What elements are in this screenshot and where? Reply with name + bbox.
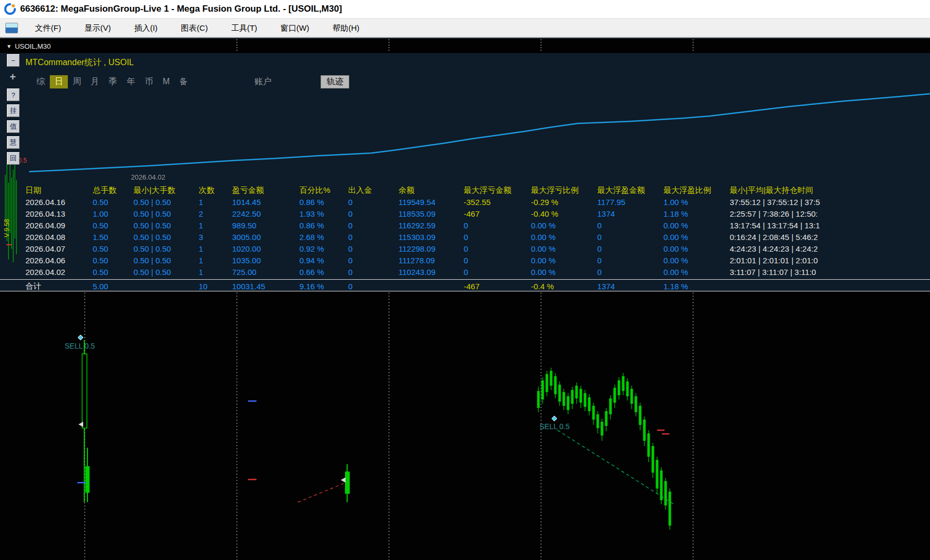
table-cell: 4:24:23 | 4:24:23 | 4:24:2 — [730, 244, 930, 253]
table-cell: 2026.04.16 — [25, 198, 93, 207]
table-cell: 2026.04.13 — [25, 209, 93, 218]
menu-window[interactable]: 窗口(W) — [269, 20, 321, 37]
tab-daily[interactable]: 日 — [50, 75, 68, 88]
table-cell: 1 — [199, 221, 232, 230]
table-cell: 0.00 % — [531, 244, 597, 253]
tab-summary[interactable]: 综 — [32, 75, 50, 88]
table-header-cell: 最大浮亏金额 — [464, 185, 531, 195]
table-cell: 2026.04.02 — [25, 268, 93, 277]
menu-tools[interactable]: 工具(T) — [219, 20, 269, 37]
menu-view[interactable]: 显示(V) — [73, 20, 122, 37]
equity-axis-date-label: 2026.04.02 — [131, 173, 165, 181]
table-cell: 0.00 % — [531, 268, 597, 277]
panel-tabs: 综 日 周 月 季 年 币 M 备 账户 轨迹 — [32, 75, 349, 88]
table-cell: 3 — [199, 233, 232, 242]
table-cell: 2026.04.07 — [25, 244, 93, 253]
tab-quarterly[interactable]: 季 — [104, 75, 122, 88]
table-cell: 0.94 % — [299, 256, 348, 265]
table-header-cell: 盈亏金额 — [232, 185, 299, 195]
table-cell: 9.16 % — [299, 282, 348, 291]
app-icon — [4, 3, 16, 15]
menu-help[interactable]: 帮助(H) — [321, 20, 371, 37]
table-cell: 0.50 | 0.50 — [134, 256, 199, 265]
tab-currency[interactable]: 币 — [140, 75, 158, 88]
table-header-cell: 次数 — [199, 185, 232, 195]
menubar-chart-icon[interactable] — [5, 23, 18, 33]
table-cell: 1020.00 — [232, 244, 299, 253]
table-header-cell: 最小|大手数 — [134, 185, 199, 195]
table-cell: 0 — [464, 221, 531, 230]
mtcommander-panel: MTCommander统计 , USOIL 综 日 周 月 季 年 币 M 备 … — [0, 53, 930, 291]
tab-weekly[interactable]: 周 — [68, 75, 86, 88]
pending-orders-button[interactable]: 挂 — [7, 104, 20, 117]
table-cell: 0 — [597, 268, 663, 277]
menu-charts[interactable]: 图表(C) — [169, 20, 219, 37]
table-cell: 2026.04.09 — [25, 221, 93, 230]
menu-file[interactable]: 文件(F) — [23, 20, 73, 37]
table-cell: 0 — [348, 282, 398, 291]
table-cell: 0.50 | 0.50 — [134, 244, 199, 253]
move-tool-icon[interactable]: + — [7, 71, 19, 83]
table-cell: 2:25:57 | 7:38:26 | 12:50: — [730, 209, 930, 218]
tab-account[interactable]: 账户 — [250, 75, 276, 88]
table-row: 2026.04.090.500.50 | 0.501989.500.86 %01… — [0, 219, 930, 231]
collapse-triangle-icon[interactable]: ▼ — [6, 43, 12, 49]
table-cell: 0 — [597, 244, 663, 253]
table-cell: 0.50 — [93, 221, 134, 230]
table-cell: 0.50 | 0.50 — [134, 209, 199, 218]
table-cell: 0.00 % — [531, 256, 597, 265]
table-cell: 0.92 % — [299, 244, 348, 253]
table-cell: 0.50 | 0.50 — [134, 268, 199, 277]
table-cell: 合计 — [25, 281, 93, 291]
table-cell: 0 — [348, 233, 398, 242]
table-cell: 0 — [597, 221, 663, 230]
tab-notes[interactable]: 备 — [174, 75, 192, 88]
table-header-row: 日期总手数最小|大手数次数盈亏金额百分比%出入金余额最大浮亏金额最大浮亏比例最大… — [0, 184, 930, 196]
table-cell: 0.00 % — [663, 221, 730, 230]
tab-monthly[interactable]: 月 — [86, 75, 104, 88]
table-header-cell: 百分比% — [299, 185, 348, 195]
table-cell: 37:55:12 | 37:55:12 | 37:5 — [730, 198, 930, 207]
table-cell: 1014.45 — [232, 198, 299, 207]
table-cell: 1177.95 — [597, 198, 663, 207]
chart-symbol-label: ▼ USOIL,M30 — [6, 42, 51, 50]
table-cell: 0 — [464, 233, 531, 242]
table-row: 2026.04.060.500.50 | 0.5011035.000.94 %0… — [0, 254, 930, 266]
table-cell: 0.00 % — [663, 244, 730, 253]
table-cell: 0 — [348, 198, 398, 207]
smart-button[interactable]: 慧 — [7, 136, 20, 149]
table-cell: 115303.09 — [398, 233, 464, 242]
table-cell: 0.86 % — [299, 198, 348, 207]
table-cell: 2:01:01 | 2:01:01 | 2:01:0 — [730, 256, 930, 265]
table-cell: 725.00 — [232, 268, 299, 277]
table-cell: 989.50 — [232, 221, 299, 230]
table-header-cell: 余额 — [398, 185, 464, 195]
help-button[interactable]: ? — [7, 88, 20, 101]
table-header-cell: 出入金 — [348, 185, 398, 195]
history-button[interactable]: 回 — [7, 152, 20, 165]
table-cell: 1035.00 — [232, 256, 299, 265]
panel-title: MTCommander统计 , USOIL — [25, 57, 134, 68]
left-axis-vertical-label: V 9.58 — [3, 219, 11, 237]
values-button[interactable]: 值 — [7, 120, 20, 133]
tab-yearly[interactable]: 年 — [122, 75, 140, 88]
track-button[interactable]: 轨迹 — [321, 75, 349, 88]
table-cell: 3005.00 — [232, 233, 299, 242]
table-cell: 1.00 — [93, 209, 134, 218]
table-cell: 118535.09 — [398, 209, 464, 218]
menu-insert[interactable]: 插入(I) — [122, 20, 169, 37]
application-window: 6636612: MegaFusionGroup-Live 1 - Mega F… — [0, 0, 930, 560]
tab-m[interactable]: M — [158, 76, 174, 87]
table-cell: 0.00 % — [663, 233, 730, 242]
table-cell: 13:17:54 | 13:17:54 | 13:1 — [730, 221, 930, 230]
table-cell: 0 — [348, 244, 398, 253]
table-cell: 0 — [464, 256, 531, 265]
table-cell: -467 — [464, 209, 531, 218]
table-header-cell: 最大浮盈比例 — [663, 185, 730, 195]
table-cell: -0.40 % — [531, 209, 597, 218]
panel-minimize-button[interactable]: − — [7, 54, 20, 67]
table-cell: 3:11:07 | 3:11:07 | 3:11:0 — [730, 268, 930, 277]
table-header-cell: 最小|平均|最大持仓时间 — [730, 185, 930, 195]
table-header-cell: 最大浮亏比例 — [531, 185, 597, 195]
table-cell: 0 — [348, 256, 398, 265]
